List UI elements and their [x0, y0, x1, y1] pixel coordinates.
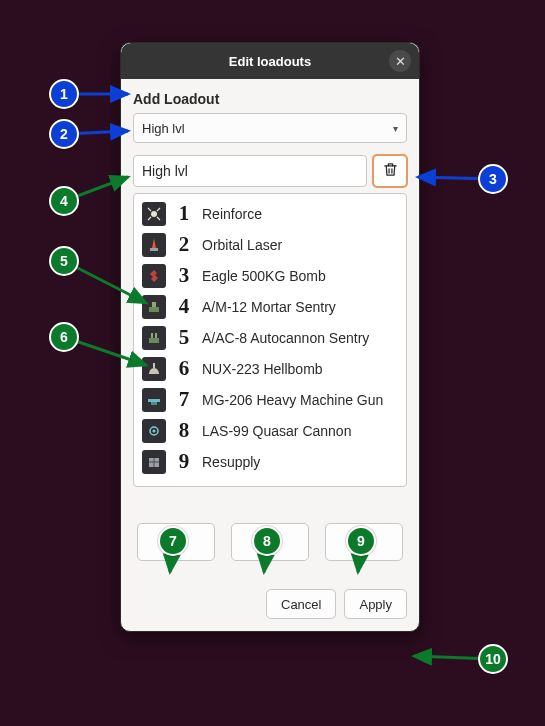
list-item[interactable]: 5A/AC-8 Autocannon Sentry	[134, 322, 406, 353]
list-item-number: 8	[176, 418, 192, 443]
list-item-label: LAS-99 Quasar Cannon	[202, 423, 398, 439]
list-item-label: A/M-12 Mortar Sentry	[202, 299, 398, 315]
list-item-label: Reinforce	[202, 206, 398, 222]
svg-point-11	[153, 429, 156, 432]
svg-rect-8	[148, 399, 160, 402]
annotation-callout: 3	[478, 164, 508, 194]
list-item[interactable]: 6NUX-223 Hellbomb	[134, 353, 406, 384]
list-item[interactable]: 4A/M-12 Mortar Sentry	[134, 291, 406, 322]
list-item[interactable]: 3Eagle 500KG Bomb	[134, 260, 406, 291]
annotation-callout: 2	[49, 119, 79, 149]
list-item-number: 2	[176, 232, 192, 257]
list-item-label: A/AC-8 Autocannon Sentry	[202, 330, 398, 346]
svg-point-0	[151, 211, 157, 217]
quasar-icon	[142, 419, 166, 443]
annotation-callout: 8	[252, 526, 282, 556]
loadout-name-input[interactable]	[133, 155, 367, 187]
delete-loadout-button[interactable]	[373, 155, 407, 187]
annotation-callout: 6	[49, 322, 79, 352]
sparkle-icon	[142, 202, 166, 226]
annotation-callout: 10	[478, 644, 508, 674]
list-item-number: 9	[176, 449, 192, 474]
loadout-select-value: High lvl	[142, 121, 185, 136]
list-item-number: 3	[176, 263, 192, 288]
cancel-button[interactable]: Cancel	[266, 589, 336, 619]
list-item[interactable]: 2Orbital Laser	[134, 229, 406, 260]
list-item-number: 7	[176, 387, 192, 412]
list-item[interactable]: 8LAS-99 Quasar Cannon	[134, 415, 406, 446]
list-item[interactable]: 7MG-206 Heavy Machine Gun	[134, 384, 406, 415]
close-icon: ✕	[395, 54, 406, 69]
annotation-callout: 4	[49, 186, 79, 216]
section-heading: Add Loadout	[133, 91, 407, 107]
list-item-number: 5	[176, 325, 192, 350]
annotation-callout: 9	[346, 526, 376, 556]
mg-icon	[142, 388, 166, 412]
list-item-label: NUX-223 Hellbomb	[202, 361, 398, 377]
annotation-callout: 1	[49, 79, 79, 109]
list-item-number: 4	[176, 294, 192, 319]
annotation-callout: 5	[49, 246, 79, 276]
loadout-select[interactable]: High lvl ▾	[133, 113, 407, 143]
stratagem-list: 1Reinforce2Orbital Laser3Eagle 500KG Bom…	[133, 193, 407, 487]
trash-icon	[382, 161, 399, 182]
svg-rect-9	[151, 402, 157, 405]
list-item-label: MG-206 Heavy Machine Gun	[202, 392, 398, 408]
titlebar: Edit loadouts ✕	[121, 43, 419, 79]
apply-button[interactable]: Apply	[344, 589, 407, 619]
list-item-number: 1	[176, 201, 192, 226]
list-item[interactable]: 9Resupply	[134, 446, 406, 477]
list-item-label: Resupply	[202, 454, 398, 470]
crate-icon	[142, 450, 166, 474]
list-item-label: Orbital Laser	[202, 237, 398, 253]
annotation-callout: 7	[158, 526, 188, 556]
list-item[interactable]: 1Reinforce	[134, 198, 406, 229]
dialog-title: Edit loadouts	[229, 54, 311, 69]
chevron-down-icon: ▾	[393, 123, 398, 134]
list-item-label: Eagle 500KG Bomb	[202, 268, 398, 284]
close-button[interactable]: ✕	[389, 50, 411, 72]
list-item-number: 6	[176, 356, 192, 381]
